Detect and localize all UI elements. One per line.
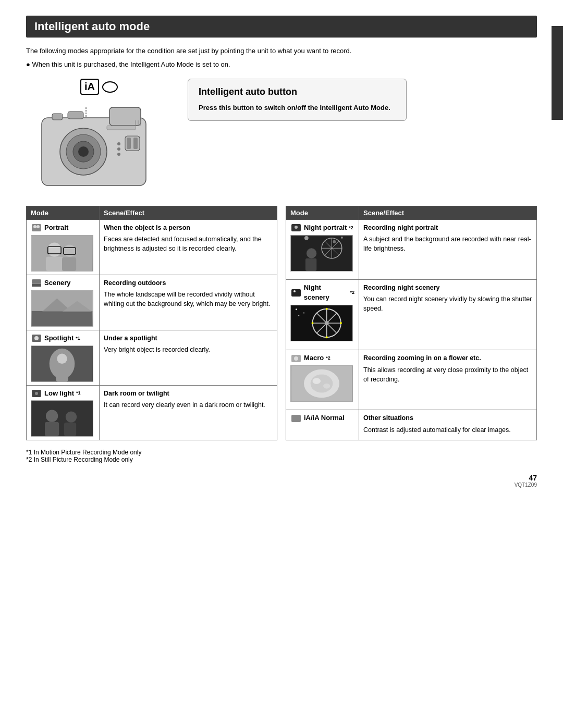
effect-cell: Dark room or twilightIt can record very …	[100, 385, 277, 440]
effect-cell: Recording zooming in on a flower etc.Thi…	[359, 350, 537, 410]
svg-rect-63	[291, 289, 301, 297]
table-row: Low light*1	[27, 385, 100, 440]
svg-point-38	[34, 336, 39, 340]
right-col1-header: Mode	[286, 206, 359, 220]
mode-image	[290, 235, 353, 272]
svg-point-51	[295, 226, 298, 229]
ia-oval-icon	[102, 81, 118, 93]
effect-title: Other situations	[363, 413, 532, 423]
effect-body: You can record night scenery vividly by …	[363, 294, 532, 313]
ia-button-box: Intelligent auto button Press this butto…	[188, 79, 407, 121]
effect-cell: Recording night sceneryYou can record ni…	[359, 280, 537, 350]
svg-point-74	[298, 315, 299, 316]
svg-point-21	[36, 225, 40, 228]
svg-point-25	[64, 244, 76, 256]
svg-rect-42	[56, 364, 68, 381]
svg-rect-7	[127, 138, 131, 149]
svg-point-20	[33, 225, 36, 228]
right-mode-table: Mode Scene/Effect Night portrait*2 Recor	[286, 206, 537, 440]
mode-image	[31, 290, 93, 327]
svg-rect-45	[32, 401, 93, 436]
effect-body: Very bright object is recorded clearly.	[104, 345, 273, 354]
svg-point-9	[117, 142, 120, 145]
svg-point-73	[303, 312, 304, 313]
effect-cell: Recording night portraitA subject and th…	[359, 220, 537, 280]
svg-rect-19	[32, 224, 41, 231]
camera-illustration	[26, 97, 172, 193]
svg-rect-24	[46, 257, 63, 271]
effect-cell: Other situationsContrast is adjusted aut…	[359, 410, 537, 440]
svg-point-10	[117, 147, 120, 151]
page-title: Intelligent auto mode	[26, 16, 537, 38]
effect-body: The whole landscape will be recorded viv…	[104, 290, 273, 309]
svg-rect-5	[109, 107, 141, 126]
svg-point-55	[341, 237, 343, 239]
svg-rect-12	[52, 114, 63, 120]
svg-point-84	[313, 378, 321, 385]
effect-cell: When the object is a personFaces are det…	[100, 220, 277, 275]
svg-point-71	[325, 321, 329, 325]
svg-point-48	[66, 412, 77, 423]
table-row: Portrait	[27, 220, 100, 275]
svg-rect-15	[107, 126, 136, 130]
effect-cell: Under a spotlightVery bright object is r…	[100, 330, 277, 385]
svg-rect-8	[133, 138, 138, 149]
effect-title: Under a spotlight	[104, 334, 273, 343]
footnote: *2 In Still Picture Recording Mode only	[26, 456, 537, 463]
mode-image	[31, 400, 93, 437]
tables-row: Mode Scene/Effect Portrait When the obje…	[26, 206, 537, 440]
svg-rect-49	[64, 423, 76, 436]
version-code: VQT1Z09	[26, 482, 537, 488]
effect-title: Dark room or twilight	[104, 389, 273, 398]
footnote: *1 In Motion Picture Recording Mode only	[26, 449, 537, 456]
svg-point-53	[304, 236, 309, 240]
left-col2-header: Scene/Effect	[100, 206, 277, 220]
page-number: 47	[26, 474, 537, 482]
left-mode-table: Mode Scene/Effect Portrait When the obje…	[26, 206, 277, 440]
svg-rect-33	[32, 311, 93, 326]
svg-point-72	[296, 309, 297, 310]
svg-point-61	[307, 248, 316, 258]
intro-bullet: ● When this unit is purchased, the Intel…	[26, 59, 537, 70]
svg-rect-47	[45, 422, 59, 436]
side-bar	[552, 26, 563, 120]
svg-point-11	[117, 153, 120, 156]
svg-point-85	[323, 384, 331, 389]
svg-point-75	[326, 308, 328, 310]
svg-point-80	[294, 356, 298, 361]
svg-rect-52	[291, 236, 352, 271]
table-row: iA/iA Normal	[286, 410, 359, 440]
svg-rect-31	[32, 284, 41, 287]
effect-title: Recording zooming in on a flower etc.	[363, 353, 532, 363]
svg-point-83	[311, 375, 333, 393]
svg-rect-26	[62, 257, 76, 271]
ia-button-title: Intelligent auto button	[199, 87, 396, 97]
svg-point-44	[35, 392, 38, 395]
effect-body: This allows recording at very close prox…	[363, 365, 532, 384]
table-row: Night portrait*2	[286, 220, 359, 280]
effect-cell: Recording outdoorsThe whole landscape wi…	[100, 275, 277, 330]
effect-body: A subject and the background are recorde…	[363, 235, 532, 253]
mode-image	[290, 305, 353, 341]
svg-rect-86	[291, 415, 301, 422]
mode-image	[290, 365, 353, 402]
ia-icon-area: iA	[80, 79, 118, 95]
effect-body: Faces are detected and focused automatic…	[104, 235, 273, 253]
camera-area: iA	[26, 79, 172, 193]
table-row: Night scenery*2	[286, 280, 359, 350]
svg-point-46	[46, 410, 58, 422]
svg-point-4	[78, 146, 89, 157]
footnotes: *1 In Motion Picture Recording Mode only…	[26, 449, 537, 463]
svg-rect-62	[305, 258, 316, 271]
effect-body: It can record very clearly even in a dar…	[104, 400, 273, 410]
effect-title: Recording night portrait	[363, 223, 532, 232]
mode-image	[31, 346, 93, 382]
effect-title: When the object is a person	[104, 223, 273, 232]
svg-point-77	[326, 336, 328, 338]
effect-title: Recording outdoors	[104, 278, 273, 288]
top-section: iA	[26, 79, 537, 193]
svg-point-54	[333, 240, 336, 243]
svg-rect-13	[68, 112, 83, 119]
svg-point-76	[340, 322, 342, 324]
svg-point-41	[57, 353, 67, 363]
